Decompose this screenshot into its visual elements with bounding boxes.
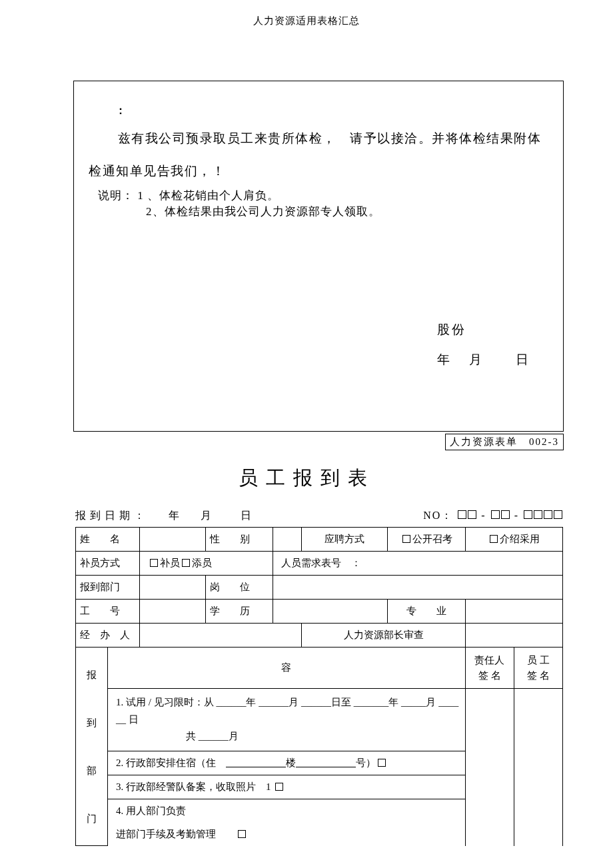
form-title: 员工报到表 <box>0 465 613 492</box>
form-id-code: 002-3 <box>529 436 559 447</box>
label-report-dept: 报到部门 <box>76 576 140 600</box>
emp-sign-cell[interactable] <box>514 689 562 846</box>
signature-company: 股份 <box>437 314 530 345</box>
note-2: 2、体检结果由我公司人力资源部专人领取。 <box>146 204 556 220</box>
value-major[interactable] <box>465 600 562 624</box>
no-field: NO： - - <box>423 509 563 523</box>
letter-box: ： 兹有我公司预录取员工来贵所体检， 请予以接洽。并将体检结果附体检通知单见告我… <box>73 81 564 432</box>
value-gender[interactable] <box>273 528 302 552</box>
report-month: 月 <box>201 510 213 521</box>
label-owner-sign: 责任人 签 名 <box>465 648 514 689</box>
label-post: 岗 位 <box>206 576 273 600</box>
value-edu[interactable] <box>273 600 387 624</box>
report-date-row: 报到日期： 年 月 日 NO： - - <box>75 509 563 523</box>
label-supplement-method: 补员方式 <box>76 552 140 576</box>
option-intro-hire[interactable]: 介绍采用 <box>465 528 562 552</box>
value-emp-no[interactable] <box>140 600 206 624</box>
label-hr-chief-review: 人力资源部长审查 <box>302 624 465 648</box>
content-header: 容 <box>108 648 466 689</box>
owner-sign-cell[interactable] <box>465 689 514 846</box>
note-label: 说明： <box>98 189 134 202</box>
year-label: 年 <box>437 352 451 366</box>
value-name[interactable] <box>140 528 206 552</box>
content-line-1[interactable]: 1. 试用 / 见习限时：从 ______年 ______月 ______日至 … <box>108 689 466 751</box>
label-name: 姓 名 <box>76 528 140 552</box>
label-report-dept-side: 报 到 部 门 <box>76 648 108 846</box>
month-label: 月 <box>469 352 483 366</box>
value-hr-chief-review[interactable] <box>465 624 562 648</box>
letter-colon: ： <box>115 104 556 118</box>
report-day: 日 <box>241 510 253 521</box>
value-post[interactable] <box>273 576 562 600</box>
day-label: 日 <box>516 352 530 366</box>
value-handler[interactable] <box>140 624 302 648</box>
label-gender: 性 别 <box>206 528 273 552</box>
label-emp-no: 工 号 <box>76 600 140 624</box>
form-id-badge: 人力资源表单 002-3 <box>445 434 564 450</box>
label-major: 专 业 <box>387 600 465 624</box>
content-line-5[interactable]: 进部门手续及考勤管理 <box>108 823 466 846</box>
option-public-exam[interactable]: 公开召考 <box>387 528 465 552</box>
form-id-label: 人力资源表单 <box>450 436 518 447</box>
value-report-dept[interactable] <box>140 576 206 600</box>
report-date-label: 报到日期： <box>75 510 149 521</box>
note-1: 1 、体检花销由个人肩负。 <box>137 189 279 202</box>
supplement-options[interactable]: 补员添员 <box>140 552 273 576</box>
report-year: 年 <box>169 510 181 521</box>
signature-block: 股份 年 月 日 <box>437 314 530 375</box>
label-apply-method: 应聘方式 <box>302 528 387 552</box>
label-emp-sign: 员 工 签 名 <box>514 648 562 689</box>
content-line-4[interactable]: 4. 用人部门负责 <box>108 799 466 823</box>
label-edu: 学 历 <box>206 600 273 624</box>
content-line-2[interactable]: 2. 行政部安排住宿（住 楼号） <box>108 751 466 775</box>
demand-number[interactable]: 人员需求表号 ： <box>273 552 562 576</box>
signature-date: 年 月 日 <box>437 344 530 375</box>
report-table: 姓 名 性 别 应聘方式 公开召考 介绍采用 补员方式 补员添员 人员需求表号 … <box>75 527 563 846</box>
content-line-3[interactable]: 3. 行政部经警队备案，收取照片 1 <box>108 775 466 799</box>
letter-body: 兹有我公司预录取员工来贵所体检， 请予以接洽。并将体检结果附体检通知单见告我们，… <box>89 122 552 188</box>
page-header: 人力资源适用表格汇总 <box>0 15 613 27</box>
label-handler: 经 办 人 <box>76 624 140 648</box>
no-label: NO： <box>423 510 453 521</box>
letter-notes: 说明： 1 、体检花销由个人肩负。 2、体检结果由我公司人力资源部专人领取。 <box>98 188 556 220</box>
